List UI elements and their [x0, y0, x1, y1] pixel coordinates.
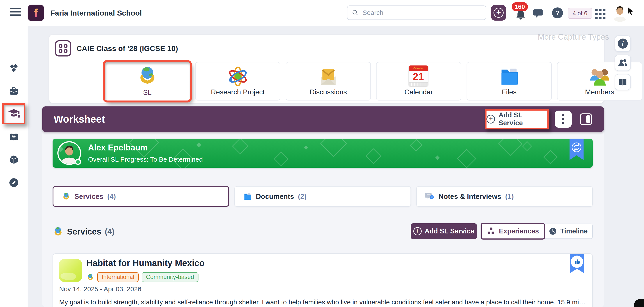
- search-bar[interactable]: [347, 6, 486, 20]
- notification-count-badge: 160: [512, 2, 528, 12]
- compass-icon: [8, 177, 19, 188]
- school-name: Faria International School: [50, 0, 142, 26]
- tab-count: (1): [505, 192, 514, 200]
- tag-international: International: [97, 272, 139, 282]
- service-card[interactable]: Habitat for Humanity Mexico Internationa…: [52, 253, 593, 307]
- nav-label: Research Project: [211, 88, 264, 96]
- class-nav-research-project[interactable]: Research Project: [195, 62, 280, 100]
- class-nav-sl[interactable]: SL: [105, 62, 190, 100]
- experiences-view-button[interactable]: Experiences: [480, 223, 545, 240]
- sync-ribbon-button[interactable]: [570, 138, 584, 160]
- tab-services[interactable]: Services (4): [52, 186, 229, 207]
- service-description: My goal is to build strength, stability …: [59, 298, 586, 306]
- class-panel: CAIE Class of '28 (IGCSE 10) SL Research…: [49, 34, 604, 103]
- tab-notes-interviews[interactable]: Notes & Interviews (1): [416, 186, 593, 207]
- chat-bubbles-icon: [425, 192, 434, 201]
- service-dates: Nov 14, 2025 - Apr 03, 2026: [59, 285, 141, 293]
- blocks-icon: [487, 227, 496, 236]
- service-title[interactable]: Habitat for Humanity Mexico: [86, 258, 204, 268]
- approval-ribbon[interactable]: [570, 254, 584, 273]
- add-sl-service-button-secondary[interactable]: + Add SL Service: [411, 223, 477, 239]
- plus-icon: +: [413, 227, 422, 236]
- add-sl-service-button[interactable]: + Add SL Service: [486, 110, 548, 128]
- handbook-panel-button[interactable]: [615, 74, 631, 90]
- sidebar-item-dashboard[interactable]: [8, 63, 19, 74]
- search-input[interactable]: [362, 9, 482, 17]
- chat-icon: [532, 8, 544, 19]
- quick-add-button[interactable]: +: [491, 5, 506, 20]
- student-progress-text: Overall SL Progress: To Be Determined: [88, 156, 203, 163]
- capture-overlay-text: More Capture Types: [538, 32, 609, 42]
- mail-icon: [318, 66, 339, 87]
- class-nav-calendar[interactable]: Calendar 21 Calendar: [376, 62, 461, 100]
- open-book-icon: [618, 77, 628, 87]
- button-label: Add SL Service: [498, 111, 548, 127]
- mouse-cursor: [626, 6, 636, 17]
- app-grid-icon[interactable]: [595, 9, 606, 19]
- nav-label: SL: [143, 88, 152, 96]
- button-label: Timeline: [560, 227, 588, 235]
- class-grid-icon[interactable]: [55, 40, 71, 56]
- class-title: CAIE Class of '28 (IGCSE 10): [76, 40, 178, 56]
- notifications-button[interactable]: 160: [512, 2, 532, 24]
- sidebar-item-resources[interactable]: [8, 154, 19, 165]
- book-globe-icon: [8, 132, 19, 142]
- calendar-icon-header: Calendar: [409, 66, 428, 71]
- nav-label: Discussions: [310, 88, 347, 96]
- student-name: Alex Epelbaum: [88, 143, 148, 152]
- button-label: Experiences: [499, 227, 539, 235]
- tab-documents[interactable]: Documents (2): [234, 186, 411, 207]
- nav-label: Files: [502, 88, 517, 96]
- members-panel-button[interactable]: [615, 55, 631, 71]
- tag-community-based: Community-based: [142, 272, 198, 282]
- info-panel-button[interactable]: i: [615, 36, 631, 52]
- nav-label: Members: [585, 88, 614, 96]
- class-nav-files[interactable]: Files: [466, 62, 552, 100]
- top-header: f Faria International School + 160 ? 4 o…: [0, 0, 644, 26]
- screen-corner-overlay: [634, 299, 644, 307]
- people-icon: [618, 58, 628, 68]
- tab-count: (2): [298, 192, 306, 200]
- worksheet-more-options-button[interactable]: [555, 110, 572, 128]
- people-group-icon: [589, 66, 611, 87]
- annotation-highlight-add-service: + Add SL Service: [485, 109, 549, 130]
- thumbs-up-icon: [573, 258, 581, 266]
- help-button[interactable]: ?: [552, 8, 563, 18]
- hamburger-menu-icon[interactable]: [10, 8, 22, 18]
- logo-letter: f: [34, 7, 38, 19]
- graduation-cap-icon: [8, 107, 20, 119]
- nav-label: Calendar: [404, 88, 433, 96]
- calendar-icon-day: 21: [409, 71, 428, 82]
- plus-icon: +: [494, 8, 504, 18]
- tab-label: Notes & Interviews: [438, 192, 501, 200]
- folder-icon: [243, 192, 252, 201]
- globe-hands-icon: [62, 192, 70, 201]
- annotation-highlight-sidebar: [2, 103, 26, 124]
- globe-hands-icon: [136, 65, 158, 87]
- quota-pill[interactable]: 4 of 6: [568, 8, 592, 19]
- info-icon: i: [618, 38, 628, 48]
- cube-icon: [8, 154, 19, 165]
- globe-hands-icon: [86, 273, 94, 281]
- dashboard-icon: [8, 63, 19, 74]
- sidebar-item-portfolio[interactable]: [8, 132, 19, 142]
- question-icon: ?: [556, 9, 560, 17]
- class-nav-discussions[interactable]: Discussions: [286, 62, 371, 100]
- sidebar-item-service-learning[interactable]: [8, 107, 20, 120]
- service-thumbnail[interactable]: [59, 259, 82, 282]
- atom-icon: [227, 66, 249, 87]
- sync-icon: [571, 142, 582, 153]
- services-heading: Services: [67, 227, 101, 236]
- calendar-icon: Calendar 21: [409, 66, 429, 87]
- tab-label: Documents: [256, 192, 294, 200]
- thumbs-up-badge: [571, 256, 583, 268]
- button-label: Add SL Service: [425, 227, 474, 235]
- faria-logo[interactable]: f: [28, 4, 44, 21]
- side-panel-toggle-icon[interactable]: [580, 114, 592, 125]
- sidebar-item-explore[interactable]: [8, 177, 19, 188]
- app-root: f Faria International School + 160 ? 4 o…: [0, 0, 644, 307]
- worksheet-title: Worksheet: [54, 106, 105, 132]
- messages-button[interactable]: [532, 8, 544, 20]
- sidebar-item-classes[interactable]: [8, 86, 19, 96]
- timeline-view-button[interactable]: Timeline: [544, 224, 593, 239]
